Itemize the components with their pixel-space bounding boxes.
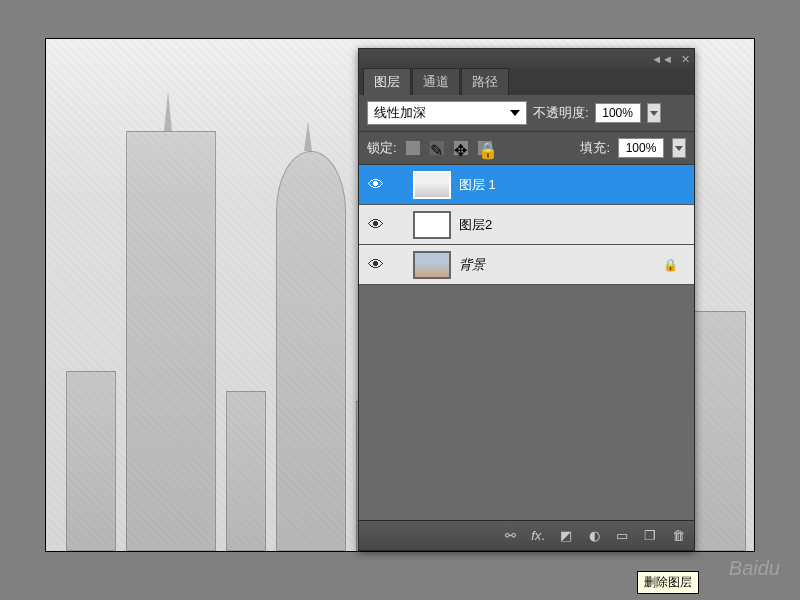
opacity-stepper[interactable] [647, 103, 661, 123]
opacity-label: 不透明度: [533, 104, 589, 122]
collapse-icon[interactable]: ◄◄ [651, 53, 673, 65]
blend-opacity-row: 线性加深 不透明度: 100% [359, 95, 694, 132]
delete-layer-icon[interactable]: 🗑 [670, 528, 686, 544]
visibility-eye-icon[interactable]: 👁 [367, 256, 385, 274]
layer-name[interactable]: 图层2 [459, 216, 492, 234]
layer-group-icon[interactable]: ▭ [614, 528, 630, 544]
blend-mode-dropdown[interactable]: 线性加深 [367, 101, 527, 125]
layer-row[interactable]: 👁 背景 🔒 [359, 245, 694, 285]
layer-effects-icon[interactable]: fx. [530, 528, 546, 544]
panel-titlebar: ◄◄ ✕ [359, 49, 694, 69]
visibility-eye-icon[interactable]: 👁 [367, 216, 385, 234]
layer-thumbnail[interactable] [413, 171, 451, 199]
layers-list: 👁 图层 1 👁 图层2 👁 背景 🔒 [359, 165, 694, 520]
lock-fill-row: 锁定: ✎ ✥ 🔒 填充: 100% [359, 132, 694, 165]
adjustment-layer-icon[interactable]: ◐ [586, 528, 602, 544]
blend-mode-value: 线性加深 [374, 104, 426, 122]
lock-all-icon[interactable]: 🔒 [477, 140, 493, 156]
link-layers-icon[interactable]: ⚯ [502, 528, 518, 544]
fill-input[interactable]: 100% [618, 138, 664, 158]
panel-footer: ⚯ fx. ◩ ◐ ▭ ❐ 🗑 [359, 520, 694, 550]
visibility-eye-icon[interactable]: 👁 [367, 176, 385, 194]
new-layer-icon[interactable]: ❐ [642, 528, 658, 544]
tooltip: 删除图层 [637, 571, 699, 594]
lock-pixels-icon[interactable]: ✎ [429, 140, 445, 156]
dropdown-caret-icon [510, 110, 520, 116]
layer-thumbnail[interactable] [413, 211, 451, 239]
tab-paths[interactable]: 路径 [461, 68, 509, 95]
fill-stepper[interactable] [672, 138, 686, 158]
panel-tabs: 图层 通道 路径 [359, 69, 694, 95]
layer-thumbnail[interactable] [413, 251, 451, 279]
layer-name[interactable]: 图层 1 [459, 176, 496, 194]
layer-mask-icon[interactable]: ◩ [558, 528, 574, 544]
layer-name[interactable]: 背景 [459, 256, 485, 274]
layers-panel: ◄◄ ✕ 图层 通道 路径 线性加深 不透明度: 100% 锁定: ✎ ✥ 🔒 … [358, 48, 695, 551]
opacity-input[interactable]: 100% [595, 103, 641, 123]
lock-transparency-icon[interactable] [405, 140, 421, 156]
fill-label: 填充: [580, 139, 610, 157]
lock-icon: 🔒 [663, 258, 678, 272]
lock-label: 锁定: [367, 139, 397, 157]
layer-row[interactable]: 👁 图层 1 [359, 165, 694, 205]
tab-layers[interactable]: 图层 [363, 68, 411, 95]
close-icon[interactable]: ✕ [681, 53, 690, 66]
tab-channels[interactable]: 通道 [412, 68, 460, 95]
watermark: Baidu [729, 557, 780, 580]
layer-row[interactable]: 👁 图层2 [359, 205, 694, 245]
lock-position-icon[interactable]: ✥ [453, 140, 469, 156]
